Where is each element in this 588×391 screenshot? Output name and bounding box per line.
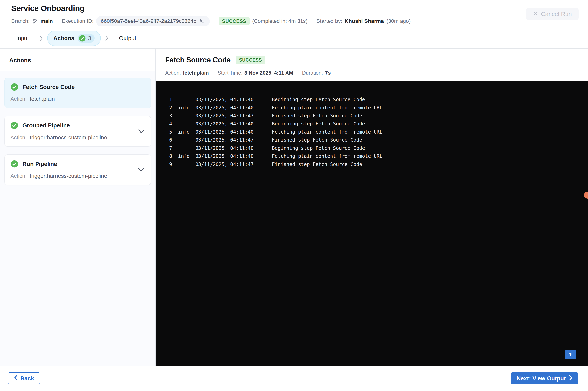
completed-in-text: (Completed in: 4m 31s) [252, 18, 308, 24]
log-line-number: 9 [169, 161, 178, 167]
action-value: trigger:harness-custom-pipeline [30, 134, 107, 141]
action-card[interactable]: Fetch Source Code Action: fetch:plain [4, 78, 151, 108]
scroll-to-top-button[interactable] [565, 350, 576, 359]
chevron-right-icon [569, 375, 572, 382]
live-indicator-dot [584, 192, 588, 199]
action-card-title-row: Fetch Source Code [10, 83, 145, 91]
step-count-badge: 3 [78, 34, 95, 43]
app-window: Service Onboarding Branch: main Executio… [0, 0, 588, 391]
arrow-up-icon [568, 351, 573, 358]
log-timestamp: 03/11/2025, 04:11:40 [195, 121, 272, 127]
log-line-number: 5 [169, 129, 178, 135]
step-tab[interactable]: Output [113, 32, 142, 45]
log-level: info [178, 105, 195, 110]
branch-label: Branch: [11, 18, 30, 24]
started-by-label: Started by: [316, 18, 342, 24]
footer: Back Next: View Output [0, 366, 588, 391]
started-ago-text: (30m ago) [386, 18, 411, 24]
log-line: 3 03/11/2025, 04:11:47 Finished step Fet… [169, 112, 588, 120]
log-line-number: 8 [169, 153, 178, 159]
close-icon [533, 11, 538, 17]
action-card-title: Grouped Pipeline [22, 122, 70, 129]
action-detail-panel: Fetch Source Code SUCCESS Action: fetch:… [156, 49, 588, 366]
chevron-right-icon [40, 36, 43, 41]
action-card-meta: Action: trigger:harness-custom-pipeline [10, 134, 145, 141]
detail-header: Fetch Source Code SUCCESS Action: fetch:… [156, 49, 588, 81]
header: Service Onboarding Branch: main Executio… [0, 0, 588, 28]
divider [297, 69, 298, 76]
detail-meta-value: 3 Nov 2025, 4:11 AM [244, 70, 294, 76]
back-button[interactable]: Back [8, 372, 40, 385]
log-message: Beginning step Fetch Source Code [272, 145, 588, 151]
log-line-number: 4 [169, 121, 178, 127]
detail-meta-item: Action: fetch:plain [165, 70, 209, 76]
log-message: Beginning step Fetch Source Code [272, 97, 588, 102]
detail-meta-label: Action: [165, 70, 181, 76]
step-tab-label: Output [119, 35, 136, 42]
execution-id-label: Execution ID: [62, 18, 94, 24]
log-level: info [178, 153, 195, 159]
log-message: Fetching plain content from remote URL [272, 153, 588, 159]
action-value: fetch:plain [30, 96, 55, 102]
copy-icon[interactable] [199, 18, 205, 25]
detail-meta-item: Duration: 7s [302, 70, 330, 76]
log-message: Finished step Fetch Source Code [272, 137, 588, 143]
actions-sidebar: Actions Fetch Source Code Action: fetch:… [0, 49, 156, 366]
chevron-right-icon [105, 36, 108, 41]
log-line: 9 03/11/2025, 04:11:47 Finished step Fet… [169, 160, 588, 168]
log-message: Fetching plain content from remote URL [272, 105, 588, 110]
chevron-down-icon[interactable] [138, 168, 145, 172]
action-value: trigger:harness-custom-pipeline [30, 173, 107, 179]
log-message: Fetching plain content from remote URL [272, 129, 588, 135]
detail-status-badge: SUCCESS [236, 56, 265, 64]
log-timestamp: 03/11/2025, 04:11:40 [195, 129, 272, 135]
log-timestamp: 03/11/2025, 04:11:47 [195, 113, 272, 118]
chevron-down-icon[interactable] [138, 129, 145, 133]
log-line-number: 3 [169, 113, 178, 118]
log-line: 6 03/11/2025, 04:11:47 Finished step Fet… [169, 136, 588, 144]
action-card[interactable]: Grouped Pipeline Action: trigger:harness… [4, 116, 151, 147]
content-area: Actions Fetch Source Code Action: fetch:… [0, 49, 588, 366]
execution-id-pill[interactable]: 660f50a7-5eef-43a6-9ff7-2a2179c3824b [96, 16, 210, 26]
started-by-name: Khushi Sharma [345, 18, 384, 24]
step-count-value: 3 [88, 35, 91, 42]
log-line-number: 1 [169, 97, 178, 102]
action-card[interactable]: Run Pipeline Action: trigger:harness-cus… [4, 154, 151, 185]
action-card-meta: Action: trigger:harness-custom-pipeline [10, 173, 145, 179]
log-timestamp: 03/11/2025, 04:11:40 [195, 145, 272, 151]
log-console[interactable]: 1 03/11/2025, 04:11:40 Beginning step Fe… [156, 81, 588, 366]
log-message: Finished step Fetch Source Code [272, 113, 588, 118]
action-card-title: Run Pipeline [22, 161, 57, 167]
log-timestamp: 03/11/2025, 04:11:40 [195, 105, 272, 110]
log-timestamp: 03/11/2025, 04:11:47 [195, 161, 272, 167]
detail-meta-row: Action: fetch:plain Start Time: 3 Nov 20… [165, 69, 579, 76]
step-tab-label: Input [16, 35, 29, 42]
check-icon [10, 83, 18, 91]
log-line: 1 03/11/2025, 04:11:40 Beginning step Fe… [169, 96, 588, 103]
page-title: Service Onboarding [11, 4, 577, 13]
check-icon [79, 35, 86, 42]
log-message: Finished step Fetch Source Code [272, 161, 588, 167]
action-card-title-row: Run Pipeline [10, 160, 145, 168]
detail-title: Fetch Source Code [165, 56, 231, 64]
status-badge: SUCCESS [219, 17, 250, 26]
step-tab[interactable]: Input [10, 32, 35, 45]
sidebar-action-list: Fetch Source Code Action: fetch:plain [0, 71, 156, 366]
log-timestamp: 03/11/2025, 04:11:40 [195, 153, 272, 159]
action-label: Action: [10, 135, 27, 141]
log-line: 5 info 03/11/2025, 04:11:40 Fetching pla… [169, 128, 588, 136]
log-line: 2 info 03/11/2025, 04:11:40 Fetching pla… [169, 103, 588, 112]
step-tab[interactable]: Actions 3 [47, 31, 101, 46]
action-label: Action: [10, 173, 27, 179]
log-line-number: 6 [169, 137, 178, 143]
detail-meta-label: Duration: [302, 70, 323, 76]
detail-meta-value: 7s [325, 70, 331, 76]
action-card-meta: Action: fetch:plain [10, 96, 145, 102]
next-view-output-button[interactable]: Next: View Output [511, 372, 578, 385]
log-timestamp: 03/11/2025, 04:11:40 [195, 97, 272, 102]
log-line: 8 info 03/11/2025, 04:11:40 Fetching pla… [169, 152, 588, 160]
action-label: Action: [10, 96, 27, 102]
cancel-run-button[interactable]: Cancel Run [526, 8, 579, 20]
log-line: 7 03/11/2025, 04:11:40 Beginning step Fe… [169, 144, 588, 152]
detail-meta-value: fetch:plain [183, 70, 209, 76]
